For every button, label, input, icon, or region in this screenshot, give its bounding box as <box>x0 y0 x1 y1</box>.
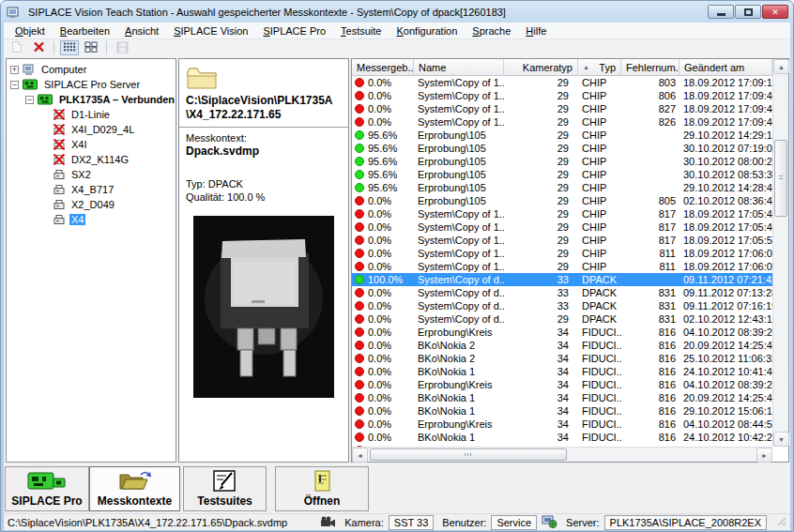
computer-icon <box>23 64 36 76</box>
table-row[interactable]: 95.6%Erprobung\10529CHIP30.10.2012 08:53… <box>352 168 772 181</box>
table-header: Messergeb...NameKameratyp▲TypFehlernum..… <box>352 59 772 76</box>
scroll-left-icon[interactable]: ◄ <box>352 448 368 463</box>
column-header-fehlernum[interactable]: Fehlernum... <box>621 59 679 76</box>
status-red-icon <box>355 222 364 232</box>
menu-sprache[interactable]: Sprache <box>465 23 518 38</box>
close-button[interactable]: ✕ <box>762 5 788 19</box>
column-header-typ[interactable]: ▲Typ <box>578 59 621 76</box>
cell-typ: FIDUCI... <box>578 392 621 403</box>
cell-fehlernummer: 831 <box>621 313 679 325</box>
cell-fehlernummer: 816 <box>621 405 679 417</box>
table-row[interactable]: 0.0%Erprobung\Kreis34FIDUCI...81604.10.2… <box>352 326 772 339</box>
table-row[interactable]: 0.0%BKo\Nokia 134FIDUCI...81624.10.2012 … <box>352 431 772 444</box>
cell-messergebnis: 95.6% <box>352 182 414 193</box>
new-document-button[interactable] <box>8 40 26 55</box>
column-header-ge-ndert-am[interactable]: Geändert am <box>679 59 772 76</box>
menu-siplace-vision[interactable]: SIPLACE Vision <box>166 23 255 38</box>
table-row[interactable]: 95.6%Erprobung\10529CHIP29.10.2012 14:29… <box>352 129 772 142</box>
tab-siplace-pro[interactable]: SIPLACE Pro <box>5 466 89 511</box>
menu-objekt[interactable]: Objekt <box>8 23 53 38</box>
table-row[interactable]: 95.6%Erprobung\10529CHIP30.10.2012 08:00… <box>352 155 772 168</box>
collapse-icon[interactable]: − <box>25 96 34 104</box>
table-row[interactable]: 0.0%System\Copy of 1...29CHIP80318.09.20… <box>352 76 772 89</box>
tree-item-plk1735a-verbunden[interactable]: −PLK1735A – Verbunden <box>7 92 176 107</box>
table-row[interactable]: 0.0%Erprobung\Kreis34FIDUCI...81604.10.2… <box>352 418 772 431</box>
table-row[interactable]: 95.6%Erprobung\10529CHIP30.10.2012 07:19… <box>352 142 772 155</box>
scroll-right-icon[interactable]: ► <box>756 448 772 463</box>
tree-item-d1-linie[interactable]: D1-Linie <box>7 107 176 122</box>
tree-item-siplace-pro-server[interactable]: −SIPLACE Pro Server <box>7 77 176 92</box>
vertical-scroll-thumb[interactable] <box>774 140 787 217</box>
machine-icon <box>53 184 66 195</box>
toolbar-separator <box>53 41 54 54</box>
column-header-kameratyp[interactable]: Kameratyp <box>504 59 578 76</box>
menu-ansicht[interactable]: Ansicht <box>117 23 166 38</box>
cell-typ: FIDUCI... <box>578 327 621 338</box>
status-red-icon <box>355 262 364 271</box>
result-percent: 0.0% <box>368 77 391 88</box>
table-row[interactable]: 0.0%System\Copy of 1...29CHIP80618.09.20… <box>352 89 772 102</box>
vertical-scrollbar[interactable]: ▲ ▼ <box>772 59 788 447</box>
table-row[interactable]: 0.0%System\Copy of d...29DPACK83102.10.2… <box>352 312 772 326</box>
tree-item-dx2-k114g[interactable]: DX2_K114G <box>7 152 176 167</box>
menu-hilfe[interactable]: Hilfe <box>518 23 554 38</box>
scroll-down-icon[interactable]: ▼ <box>773 432 789 447</box>
menu-siplace-pro[interactable]: SIPLACE Pro <box>255 23 333 38</box>
delete-button[interactable] <box>29 40 48 55</box>
table-row[interactable]: 0.0%System\Copy of d...33DPACK83109.11.2… <box>352 286 772 299</box>
table-row[interactable]: 0.0%Erprobung\10529CHIP80502.10.2012 08:… <box>352 194 772 207</box>
table-row[interactable]: 0.0%Erprobung\Kreis34FIDUCI...81604.10.2… <box>352 378 772 391</box>
status-green-icon <box>355 183 364 192</box>
menu-bearbeiten[interactable]: Bearbeiten <box>53 23 117 38</box>
tree-item-computer[interactable]: +Computer <box>7 62 176 77</box>
result-percent: 95.6% <box>368 129 397 141</box>
tree-item-x4[interactable]: X4 <box>7 212 176 227</box>
table-row[interactable]: 0.0%System\Copy of 1...29CHIP82718.09.20… <box>352 102 772 115</box>
table-row[interactable]: 0.0%System\Copy of 1...29CHIP81718.09.20… <box>352 220 772 234</box>
maximize-button[interactable] <box>735 5 761 19</box>
collapse-icon[interactable]: − <box>10 81 19 89</box>
tree-item-label: PLK1735A – Verbunden <box>57 94 176 105</box>
cell-typ: FIDUCI... <box>578 366 621 377</box>
tree-item-x4i-d029-4l[interactable]: X4I_D029_4L <box>7 122 176 137</box>
tree-item-sx2[interactable]: SX2 <box>7 167 176 182</box>
table-row[interactable]: 0.0%BKo\Nokia 134FIDUCI...81620.09.2012 … <box>352 391 772 404</box>
tree-item-x2-d049[interactable]: X2_D049 <box>7 197 176 212</box>
menu-testsuite[interactable]: Testsuite <box>333 23 389 38</box>
column-header-messergeb[interactable]: Messergeb... <box>352 59 414 76</box>
expand-icon[interactable]: + <box>10 66 19 74</box>
table-row[interactable]: 0.0%BKo\Nokia 234FIDUCI...81620.09.2012 … <box>352 339 772 352</box>
table-row[interactable]: 0.0%System\Copy of 1...29CHIP81118.09.20… <box>352 247 772 260</box>
tab-testsuites[interactable]: Testsuites <box>183 466 267 511</box>
save-button[interactable] <box>113 40 131 55</box>
view-icons-button[interactable] <box>82 40 100 55</box>
machine-x-icon <box>53 109 66 120</box>
minimize-button[interactable] <box>708 5 734 19</box>
cell-messergebnis: 0.0% <box>352 77 414 88</box>
tree-item-x4-b717[interactable]: X4_B717 <box>7 182 176 197</box>
table-row[interactable]: 0.0%System\Copy of 1...29CHIP81118.09.20… <box>352 260 772 273</box>
folder-icon <box>186 81 218 92</box>
scroll-up-icon[interactable]: ▲ <box>773 59 789 74</box>
tab-messkontexte[interactable]: Messkontexte <box>89 466 180 511</box>
table-row[interactable]: 0.0%System\Copy of 1...29CHIP82618.09.20… <box>352 115 772 129</box>
tree-item-x4i[interactable]: X4I <box>7 137 176 152</box>
horizontal-scrollbar[interactable]: ◄ ► <box>352 447 772 462</box>
horizontal-scroll-thumb[interactable] <box>370 448 567 461</box>
table-row[interactable]: 0.0%System\Copy of 1...29CHIP81718.09.20… <box>352 207 772 220</box>
cell-geaendert: 20.09.2012 14:25:46 <box>679 340 772 351</box>
table-row[interactable]: 95.6%Erprobung\10529CHIP29.10.2012 14:28… <box>352 181 772 194</box>
tab-ffnen[interactable]: Öffnen <box>275 466 369 511</box>
table-row[interactable]: 0.0%System\Copy of 1...29CHIP81718.09.20… <box>352 234 772 247</box>
resize-grip-icon[interactable] <box>777 517 786 528</box>
table-row[interactable]: 0.0%BKo\Nokia 234FIDUCI...81625.10.2012 … <box>352 352 772 365</box>
view-list-button[interactable] <box>60 40 79 55</box>
table-row[interactable]: 100.0%System\Copy of d...33DPACK09.11.20… <box>352 273 772 286</box>
column-header-name[interactable]: Name <box>414 59 504 76</box>
table-row[interactable]: 0.0%System\Copy of d...33DPACK83109.11.2… <box>352 299 772 312</box>
cell-kameratyp: 34 <box>504 353 578 364</box>
menu-konfiguration[interactable]: Konfiguration <box>389 23 466 38</box>
result-percent: 95.6% <box>368 143 397 154</box>
table-row[interactable]: 0.0%BKo\Nokia 134FIDUCI...81624.10.2012 … <box>352 365 772 378</box>
table-row[interactable]: 0.0%BKo\Nokia 134FIDUCI...81629.10.2012 … <box>352 404 772 418</box>
